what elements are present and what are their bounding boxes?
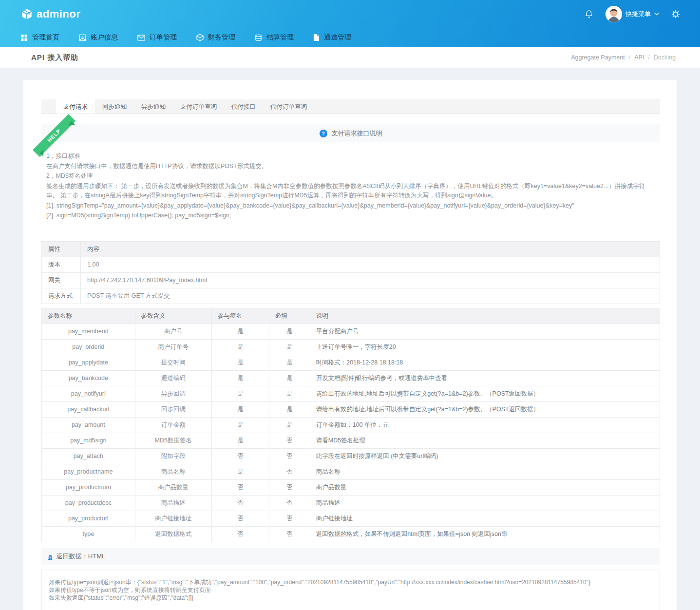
column-header: 参数名称 — [42, 308, 135, 324]
tab-1[interactable]: 支付请求 — [56, 99, 95, 114]
cell: pay_productname — [42, 464, 135, 479]
breadcrumb: Aggregate Payment/API/Docking — [571, 54, 676, 61]
tab-2[interactable]: 同步通知 — [95, 99, 134, 114]
nav-item-4[interactable]: 财务管理 — [196, 33, 235, 42]
breadcrumb-separator: / — [648, 54, 649, 61]
help-section-title: 支付请求接口说明 — [332, 129, 382, 138]
table-row: 网关http://47.242.170.147:60109/Pay_Index.… — [42, 272, 660, 288]
question-circle-icon: ? — [320, 130, 327, 137]
cell: 否 — [211, 448, 269, 464]
cell: 是 — [269, 339, 310, 355]
table-row: pay_productname商品名称是否商品名称 — [42, 464, 660, 479]
cell: 是 — [211, 401, 269, 417]
cell: 请求方式 — [42, 288, 81, 304]
cell: 请给出有效的地址,地址后可以携带自定义get(?a=1&b=2)参数。（POST… — [310, 386, 660, 401]
cell: 平台分配商户号 — [310, 324, 660, 339]
font-a-icon: a — [48, 553, 52, 560]
cell: pay_amount — [42, 417, 135, 433]
cell: 此字段在返回时按原样返回 (中文需要url编码) — [310, 448, 660, 464]
cell: 否 — [269, 433, 310, 448]
cell: 商户号 — [135, 324, 211, 339]
breadcrumb-separator: / — [629, 54, 630, 61]
nav-item-2[interactable]: 账户信息 — [79, 33, 118, 42]
cell: pay_productdesc — [42, 495, 135, 511]
intro-line: [1]. stringSignTemp="pay_amount={value}&… — [46, 201, 655, 211]
nav-item-1[interactable]: 管理首页 — [20, 33, 59, 42]
cell: pay_bankcode — [42, 370, 135, 386]
cell: 请给出有效的地址,地址后可以携带自定义get(?a=1&b=2)参数。（POST… — [310, 401, 660, 417]
table-row: 版本1.00 — [42, 257, 660, 272]
cell: 否 — [211, 526, 269, 542]
cell: 否 — [211, 479, 269, 495]
attr-table: 属性内容版本1.00网关http://47.242.170.147:60109/… — [41, 241, 660, 304]
tab-6[interactable]: 代付订单查询 — [263, 99, 314, 114]
cell: pay_producturl — [42, 511, 135, 526]
cell: 商户品数量 — [135, 479, 211, 495]
cell: pay_applydate — [42, 355, 135, 370]
grid-icon — [20, 34, 28, 41]
cell: pay_orderid — [42, 339, 135, 355]
cell: 是 — [211, 324, 269, 339]
breadcrumb-item[interactable]: Aggregate Payment — [571, 54, 625, 61]
cell: 是 — [211, 433, 269, 448]
cell: 否 — [211, 511, 269, 526]
tab-4[interactable]: 支付订单查询 — [173, 99, 224, 114]
intro-line: [2]. sign=MD5(stringSignTemp).toUpperCas… — [46, 211, 655, 221]
cell: http://47.242.170.147:60109/Pay_Index.ht… — [81, 272, 660, 288]
table-row: 请求方式POST 请不要用 GET 方式提交 — [42, 288, 660, 304]
nav-item-3[interactable]: 订单管理 — [137, 33, 177, 42]
cell: 返回数据格式 — [135, 526, 211, 542]
table-row: pay_productdesc商品描述否否商品描述 — [42, 495, 660, 511]
code-line: 如果传值type=json则返回json串：{"ststus":"1","msg… — [49, 578, 653, 586]
bell-icon[interactable] — [584, 9, 594, 19]
cell: 商品描述 — [310, 495, 660, 511]
table-row: type返回数据格式否否返回数据的格式，如果不传则返回html页面，如果值=js… — [42, 526, 660, 542]
cell: 请看MD5签名处理 — [310, 433, 660, 448]
cell: pay_md5sign — [42, 433, 135, 448]
cell: pay_notifyurl — [42, 386, 135, 401]
username: 快捷菜单 — [625, 10, 651, 19]
cell: 是 — [211, 355, 269, 370]
intro-text: 1，接口标准在商户支付请求接口中，数据通信是使用HTTP协议，请求数据以POST… — [46, 152, 655, 221]
nav-item-5[interactable]: 结算管理 — [255, 33, 294, 42]
nav-item-label: 财务管理 — [208, 33, 235, 42]
column-header: 说明 — [310, 308, 660, 324]
cell: 是 — [211, 386, 269, 401]
cell: 是 — [269, 370, 310, 386]
logo[interactable]: adminor — [20, 8, 80, 20]
intro-line: 2，MD5签名处理 — [46, 172, 655, 181]
cell: 否 — [269, 448, 310, 464]
user-menu[interactable]: 快捷菜单 — [605, 6, 659, 22]
cell: 是 — [269, 386, 310, 401]
cell: 订单金额 — [135, 417, 211, 433]
breadcrumb-item[interactable]: API — [634, 54, 644, 61]
cell: 否 — [269, 495, 310, 511]
table-row: pay_producturl商户链接地址否否商户链接地址 — [42, 511, 660, 526]
cube-logo-icon — [20, 8, 33, 20]
content-card: 支付请求同步通知异步通知支付订单查询代付接口代付订单查询 HELP ? 支付请求… — [23, 80, 677, 610]
tab-bar: 支付请求同步通知异步通知支付订单查询代付接口代付订单查询 — [41, 99, 660, 114]
cell: 通道编码 — [135, 370, 211, 386]
cell: 商户订单号 — [135, 339, 211, 355]
cell: pay_callbackurl — [42, 401, 135, 417]
cell: 否 — [211, 495, 269, 511]
avatar[interactable] — [605, 6, 622, 22]
gear-icon[interactable] — [671, 9, 681, 19]
column-header: 必填 — [269, 308, 310, 324]
intro-line: 签名生成的通用步骤如下： 第一步，设所有发送或者接收到的数据为集合M，将集合M内… — [46, 182, 655, 201]
tab-3[interactable]: 异步通知 — [134, 99, 173, 114]
idcard-icon — [79, 34, 86, 41]
table-row: pay_md5signMD5数据签名是否请看MD5签名处理 — [42, 433, 660, 448]
nav-item-label: 管理首页 — [32, 33, 59, 42]
page-title: API 接入帮助 — [31, 53, 78, 62]
table-row: pay_notifyurl异步回调是是请给出有效的地址,地址后可以携带自定义ge… — [42, 386, 660, 401]
nav-item-label: 结算管理 — [266, 33, 294, 42]
help-section: HELP ? 支付请求接口说明 — [41, 124, 660, 142]
cell: 版本 — [42, 257, 81, 272]
cell: 商户链接地址 — [310, 511, 660, 526]
tab-5[interactable]: 代付接口 — [224, 99, 263, 114]
cell: 网关 — [42, 272, 81, 288]
return-data-label: 返回数据：HTML — [57, 552, 105, 561]
cell: 是 — [211, 417, 269, 433]
nav-item-6[interactable]: 通道管理 — [313, 33, 351, 42]
